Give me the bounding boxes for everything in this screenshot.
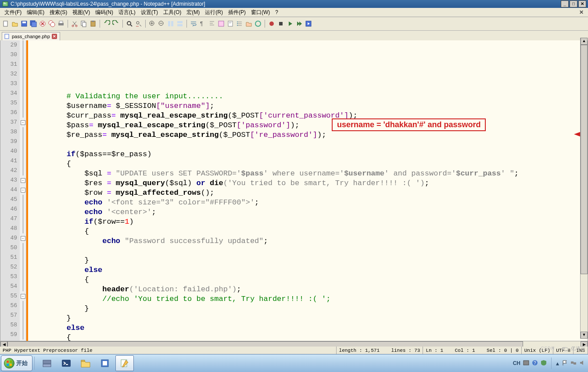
find-icon[interactable]: [125, 20, 133, 28]
svg-rect-55: [523, 361, 529, 365]
start-button[interactable]: 开始: [1, 355, 32, 371]
menu-encoding[interactable]: 编码(N): [93, 8, 116, 17]
svg-rect-24: [168, 21, 170, 26]
taskbar-server-icon[interactable]: [38, 356, 56, 371]
svg-rect-52: [101, 360, 108, 367]
doc-map-icon[interactable]: [226, 20, 234, 28]
new-file-icon[interactable]: [2, 20, 10, 28]
user-lang-icon[interactable]: [217, 20, 225, 28]
code-editor[interactable]: 2930313233343536373839404142434445464748…: [0, 40, 588, 341]
tray-help-icon[interactable]: ?: [532, 360, 538, 367]
svg-point-22: [150, 21, 154, 25]
close-all-icon[interactable]: [48, 20, 56, 28]
svg-point-14: [75, 25, 77, 27]
record-macro-icon[interactable]: [268, 20, 276, 28]
document-tab[interactable]: pass_change.php ✕: [2, 32, 60, 40]
svg-point-42: [562, 347, 565, 349]
annotation-box: username = 'dhakkan'#' and password: [332, 118, 486, 131]
svg-rect-0: [3, 2, 8, 6]
taskbar-explorer-icon[interactable]: [77, 356, 94, 371]
svg-point-35: [237, 25, 238, 26]
svg-rect-26: [177, 21, 183, 23]
svg-rect-18: [92, 21, 94, 22]
taskbar-notepadpp-icon[interactable]: [115, 355, 134, 371]
menu-macro[interactable]: 宏(M): [184, 8, 202, 17]
svg-point-13: [72, 25, 74, 27]
save-macro-icon[interactable]: [305, 20, 312, 28]
monitor-icon[interactable]: [254, 20, 262, 28]
svg-rect-48: [43, 364, 51, 367]
undo-icon[interactable]: [103, 20, 111, 28]
taskbar-powershell-icon[interactable]: [57, 356, 75, 371]
taskbar-library-icon[interactable]: [96, 356, 114, 371]
svg-rect-53: [103, 361, 107, 365]
tray-unknown-icon[interactable]: [523, 360, 529, 367]
svg-point-33: [237, 21, 238, 22]
svg-rect-40: [5, 34, 9, 39]
tab-close-icon[interactable]: ✕: [52, 34, 57, 39]
menu-window[interactable]: 窗口(W): [248, 8, 272, 17]
close-button[interactable]: ✕: [578, 0, 586, 7]
indent-guide-icon[interactable]: [208, 20, 216, 28]
scroll-down-button[interactable]: ▼: [581, 332, 588, 339]
svg-rect-46: [10, 364, 12, 366]
svg-point-9: [49, 21, 53, 25]
mdi-close-button[interactable]: ✕: [579, 9, 586, 15]
show-all-chars-icon[interactable]: ¶: [199, 20, 207, 28]
zoom-in-icon[interactable]: [148, 20, 156, 28]
menu-edit[interactable]: 编辑(E): [24, 8, 47, 17]
title-bar: C:\phpstudy\WWW\sqli-labs\Less-24\pass_c…: [0, 0, 588, 8]
close-file-icon[interactable]: [39, 20, 47, 28]
tray-chevron-icon[interactable]: ▴: [556, 360, 559, 367]
vertical-scrollbar[interactable]: ▲ ▼: [580, 38, 588, 339]
open-file-icon[interactable]: [11, 20, 19, 28]
tray-flag-icon[interactable]: [562, 360, 568, 367]
save-icon[interactable]: [20, 20, 28, 28]
svg-rect-11: [58, 23, 64, 25]
svg-rect-27: [177, 24, 183, 26]
svg-point-10: [50, 22, 55, 27]
menu-tools[interactable]: 工具(O): [161, 8, 184, 17]
svg-rect-58: [571, 361, 574, 364]
redo-icon[interactable]: [112, 20, 120, 28]
menu-settings[interactable]: 设置(T): [138, 8, 161, 17]
menu-help[interactable]: ?: [272, 8, 281, 16]
paste-icon[interactable]: [89, 20, 97, 28]
tray-volume-icon[interactable]: [579, 360, 585, 367]
svg-rect-3: [4, 21, 7, 26]
sync-v-icon[interactable]: [167, 20, 175, 28]
play-multi-icon[interactable]: [295, 20, 303, 28]
folder-view-icon[interactable]: [245, 20, 253, 28]
play-macro-icon[interactable]: [286, 20, 294, 28]
sync-h-icon[interactable]: [176, 20, 184, 28]
ime-indicator[interactable]: CH: [513, 360, 520, 366]
fold-column[interactable]: −−−−−: [20, 40, 26, 341]
save-all-icon[interactable]: [29, 20, 37, 28]
menu-plugins[interactable]: 插件(P): [226, 8, 248, 17]
cut-icon[interactable]: [71, 20, 79, 28]
menu-search[interactable]: 搜索(S): [47, 8, 70, 17]
menu-view[interactable]: 视图(V): [70, 8, 93, 17]
replace-icon[interactable]: [135, 20, 143, 28]
zoom-out-icon[interactable]: [158, 20, 165, 28]
tray-network-icon[interactable]: [570, 360, 577, 367]
tray-security-icon[interactable]: [541, 360, 547, 367]
window-title: C:\phpstudy\WWW\sqli-labs\Less-24\pass_c…: [11, 0, 561, 8]
scroll-thumb-v[interactable]: [581, 45, 588, 274]
menu-language[interactable]: 语言(L): [116, 8, 138, 17]
menu-run[interactable]: 运行(R): [202, 8, 226, 17]
status-bar: PHP Hypertext Preprocessor file length :…: [0, 347, 588, 354]
code-content[interactable]: username = 'dhakkan'#' and password # Va…: [28, 40, 588, 341]
maximize-button[interactable]: □: [570, 0, 577, 7]
word-wrap-icon[interactable]: [190, 20, 197, 28]
function-list-icon[interactable]: [236, 20, 244, 28]
stop-macro-icon[interactable]: [277, 20, 285, 28]
minimize-button[interactable]: _: [561, 0, 569, 7]
print-icon[interactable]: [57, 20, 65, 28]
copy-icon[interactable]: [80, 20, 88, 28]
menu-file[interactable]: 文件(F): [2, 8, 24, 17]
toolbar: ¶: [0, 17, 588, 31]
scroll-up-button[interactable]: ▲: [581, 38, 588, 45]
app-icon: [2, 0, 9, 7]
svg-rect-44: [10, 361, 12, 363]
